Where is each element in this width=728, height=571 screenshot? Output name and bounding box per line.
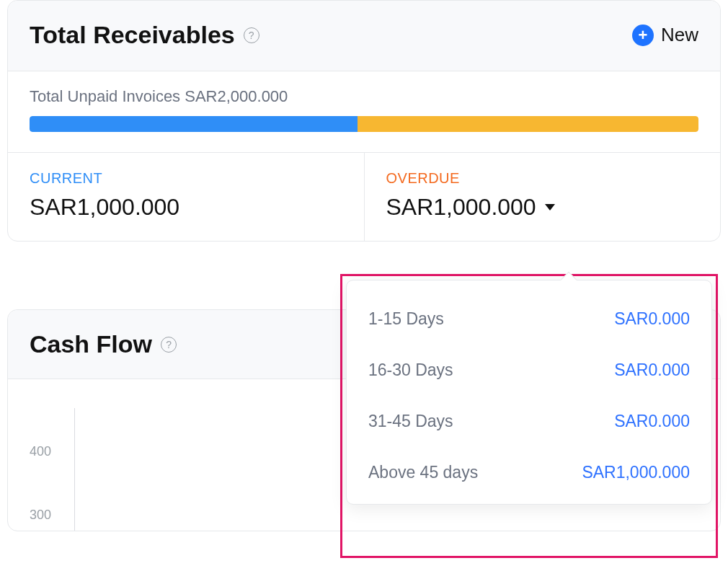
receivables-title: Total Receivables: [30, 21, 235, 49]
breakdown-value: SAR0.000: [614, 360, 690, 380]
plus-circle-icon: +: [632, 25, 654, 46]
cashflow-title: Cash Flow: [30, 330, 152, 358]
breakdown-row-3[interactable]: Above 45 days SAR1,000.000: [347, 447, 711, 498]
unpaid-invoices-text: Total Unpaid Invoices SAR2,000.000: [30, 87, 698, 106]
breakdown-label: Above 45 days: [368, 463, 478, 482]
overdue-value: SAR1,000.000: [386, 194, 536, 221]
breakdown-value: SAR0.000: [614, 412, 690, 431]
overdue-breakdown-popover: 1-15 Days SAR0.000 16-30 Days SAR0.000 3…: [346, 280, 712, 505]
help-icon[interactable]: ?: [161, 337, 177, 353]
breakdown-label: 16-30 Days: [368, 360, 453, 380]
breakdown-row-0[interactable]: 1-15 Days SAR0.000: [347, 293, 711, 345]
receivables-progress-bar: [30, 116, 698, 132]
new-button-label: New: [661, 24, 698, 46]
overdue-cell[interactable]: OVERDUE SAR1,000.000: [365, 153, 721, 241]
breakdown-label: 31-45 Days: [368, 412, 453, 431]
breakdown-value: SAR1,000.000: [582, 463, 690, 482]
progress-current-segment: [30, 116, 358, 132]
total-receivables-card: Total Receivables ? + New Total Unpaid I…: [7, 0, 721, 242]
y-tick-300: 300: [30, 508, 51, 523]
current-cell[interactable]: CURRENT SAR1,000.000: [8, 153, 365, 241]
receivables-header: Total Receivables ? + New: [8, 1, 720, 71]
new-button[interactable]: + New: [632, 24, 698, 46]
current-label: CURRENT: [30, 170, 342, 187]
cashflow-title-wrap: Cash Flow ?: [30, 330, 177, 358]
breakdown-label: 1-15 Days: [368, 309, 444, 329]
breakdown-row-2[interactable]: 31-45 Days SAR0.000: [347, 396, 711, 447]
unpaid-invoices-section: Total Unpaid Invoices SAR2,000.000: [8, 71, 720, 153]
breakdown-value: SAR0.000: [614, 309, 690, 329]
current-value: SAR1,000.000: [30, 194, 342, 221]
y-axis-line: [74, 408, 75, 531]
overdue-value-wrap[interactable]: SAR1,000.000: [386, 194, 699, 221]
receivables-summary-row: CURRENT SAR1,000.000 OVERDUE SAR1,000.00…: [8, 153, 720, 241]
progress-overdue-segment: [358, 116, 698, 132]
caret-down-icon: [545, 204, 555, 211]
help-icon[interactable]: ?: [244, 27, 259, 43]
popover-arrow-icon: [561, 272, 577, 288]
y-tick-400: 400: [30, 444, 51, 459]
receivables-title-wrap: Total Receivables ?: [30, 21, 259, 49]
overdue-label: OVERDUE: [386, 170, 699, 187]
breakdown-row-1[interactable]: 16-30 Days SAR0.000: [347, 345, 711, 396]
